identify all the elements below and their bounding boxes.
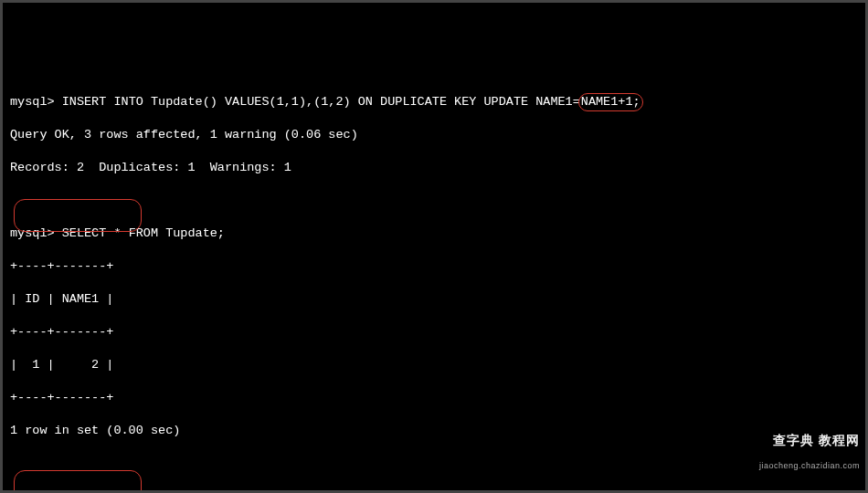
table-border: +----+-------+	[10, 390, 858, 406]
watermark: 查字典 教程网 jiaocheng.chazidian.com	[759, 421, 860, 485]
watermark-main: 查字典 教程网	[773, 433, 860, 447]
prompt: mysql>	[10, 489, 55, 493]
table-row: | 1 | 2 |	[10, 357, 858, 373]
highlight-expr-1: NAME1+1;	[578, 93, 643, 111]
blank-line	[10, 193, 858, 209]
prompt: mysql>	[10, 226, 55, 240]
cmd-select-1: mysql> SELECT * FROM Tupdate;	[10, 226, 858, 242]
terminal[interactable]: mysql> INSERT INTO Tupdate() VALUES(1,1)…	[10, 78, 858, 493]
sql-text: DELETE FROM Tupdate;	[62, 489, 210, 493]
blank-line	[10, 456, 858, 472]
result-line: Records: 2 Duplicates: 1 Warnings: 1	[10, 160, 858, 176]
sql-text: INSERT INTO Tupdate() VALUES(1,1),(1,2) …	[62, 95, 580, 109]
watermark-sub: jiaocheng.chazidian.com	[759, 459, 860, 472]
result-line: 1 row in set (0.00 sec)	[10, 423, 858, 439]
prompt: mysql>	[10, 95, 55, 109]
cmd-delete: mysql> DELETE FROM Tupdate;	[10, 488, 858, 493]
cmd-insert-1: mysql> INSERT INTO Tupdate() VALUES(1,1)…	[10, 94, 858, 110]
table-border: +----+-------+	[10, 324, 858, 341]
table-header: | ID | NAME1 |	[10, 291, 858, 308]
result-line: Query OK, 3 rows affected, 1 warning (0.…	[10, 127, 858, 143]
sql-text: SELECT * FROM Tupdate;	[62, 226, 225, 240]
table-border: +----+-------+	[10, 258, 858, 275]
